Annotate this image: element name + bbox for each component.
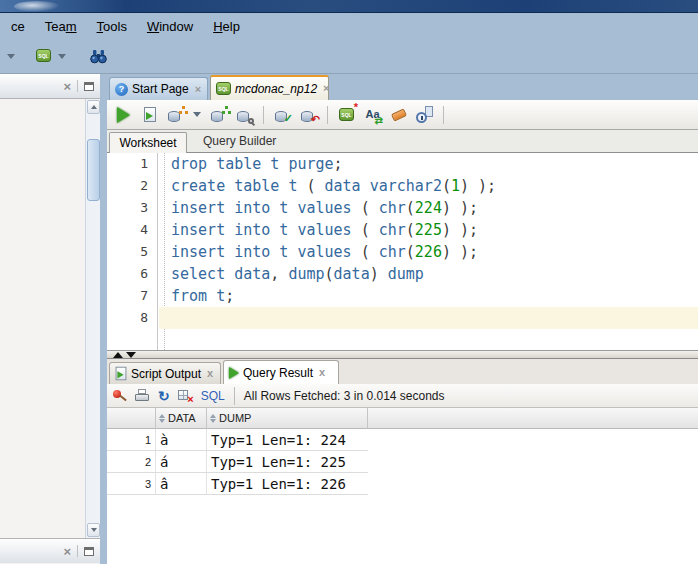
unshared-worksheet-icon[interactable]: SQL*	[338, 106, 355, 123]
line-number: 8	[107, 307, 157, 329]
minimize-panel-icon[interactable]	[84, 82, 94, 91]
data-cell[interactable]: á	[156, 451, 207, 472]
tab-label: Query Builder	[203, 134, 276, 148]
help-icon: ?	[115, 83, 128, 96]
panel-splitter-vertical[interactable]	[100, 74, 107, 564]
menu-item-help[interactable]: Help	[203, 16, 250, 37]
query-result-grid: DATA DUMP 1àTyp=1 Len=1: 2242áTyp=1 Len=…	[107, 408, 698, 564]
results-toolbar: ↻ × SQL All Rows Fetched: 3 in 0.014 sec…	[107, 384, 698, 408]
line-number: 7	[107, 285, 157, 307]
tab-mcdonac-np12[interactable]: SQL mcdonac_np12 ×	[210, 75, 329, 100]
code-line[interactable]: insert into t values ( chr(226) );	[159, 241, 698, 263]
sort-icon[interactable]	[159, 414, 165, 423]
editor-code[interactable]: drop table t purge;create table t ( data…	[159, 153, 698, 350]
code-line[interactable]: create table t ( data varchar2(1) );	[159, 175, 698, 197]
panel-splitter-horizontal[interactable]	[107, 350, 698, 359]
tab-label: Worksheet	[119, 136, 176, 150]
editor-toolbar: ✓ ↶ SQL* Aa⇄	[107, 100, 698, 130]
line-number: 5	[107, 241, 157, 263]
document-tab-bar: ? Start Page × SQL mcdonac_np12 ×	[107, 74, 698, 100]
worksheet-dropdown-caret-icon[interactable]	[58, 54, 66, 59]
show-sql-button[interactable]: SQL	[201, 389, 225, 403]
pin-icon[interactable]	[113, 389, 127, 403]
rollback-icon[interactable]: ↶	[300, 106, 317, 123]
menu-item-ce[interactable]: ce	[1, 16, 35, 37]
code-line[interactable]	[159, 307, 698, 329]
explain-plan-icon[interactable]	[167, 106, 184, 123]
divider	[77, 545, 78, 557]
code-line[interactable]: drop table t purge;	[159, 153, 698, 175]
script-output-icon	[116, 367, 127, 381]
clear-icon[interactable]	[390, 106, 407, 123]
refresh-icon[interactable]: ↻	[158, 389, 170, 403]
run-script-icon[interactable]	[141, 106, 158, 123]
menu-item-team[interactable]: Team	[35, 16, 87, 37]
worksheet-tab-row: Worksheet Query Builder	[107, 130, 698, 153]
close-icon[interactable]: x	[207, 368, 213, 379]
tab-query-result[interactable]: Query Result x	[223, 360, 339, 384]
scroll-down-icon[interactable]	[87, 523, 100, 537]
result-rows: 1àTyp=1 Len=1: 2242áTyp=1 Len=1: 2253âTy…	[107, 429, 368, 495]
table-row[interactable]: 3âTyp=1 Len=1: 226	[107, 473, 368, 495]
rownum-cell: 3	[107, 473, 156, 494]
tab-label: Query Result	[243, 366, 313, 380]
menu-bar: ceTeamToolsWindowHelp	[0, 13, 698, 40]
scrollbar-thumb[interactable]	[87, 139, 100, 201]
tab-label: Start Page	[132, 82, 189, 96]
autotrace-icon[interactable]	[210, 106, 227, 123]
print-icon[interactable]	[135, 389, 150, 402]
grid-header-row: DATA DUMP	[107, 408, 698, 429]
left-bottom-panel-header: ×	[0, 538, 100, 563]
collapse-down-icon[interactable]	[126, 352, 136, 358]
data-cell[interactable]: à	[156, 429, 207, 450]
close-icon[interactable]: ×	[63, 80, 71, 93]
sql-tuning-advisor-icon[interactable]	[236, 106, 253, 123]
tab-script-output[interactable]: Script Output x	[109, 362, 221, 384]
left-dock-panel: × ×	[0, 74, 100, 564]
commit-icon[interactable]: ✓	[274, 106, 291, 123]
close-icon[interactable]: ×	[63, 545, 71, 558]
tab-query-builder[interactable]: Query Builder	[203, 134, 276, 148]
dump-cell[interactable]: Typ=1 Len=1: 224	[207, 429, 368, 450]
tab-start-page[interactable]: ? Start Page ×	[109, 77, 208, 100]
sort-icon[interactable]	[210, 414, 216, 423]
close-icon[interactable]: ×	[195, 84, 201, 95]
new-sql-worksheet-icon[interactable]: SQL	[36, 49, 51, 62]
expand-up-icon[interactable]	[113, 352, 123, 358]
code-line[interactable]: select data, dump(data) dump	[159, 263, 698, 285]
table-row[interactable]: 1àTyp=1 Len=1: 224	[107, 429, 368, 451]
menu-item-window[interactable]: Window	[137, 16, 203, 37]
query-result-icon	[229, 367, 239, 379]
menu-item-tools[interactable]: Tools	[87, 16, 137, 37]
dump-cell[interactable]: Typ=1 Len=1: 225	[207, 451, 368, 472]
toolbar-separator	[443, 106, 444, 124]
left-panel-header: ×	[0, 74, 100, 99]
tab-worksheet[interactable]: Worksheet	[109, 132, 187, 153]
close-icon[interactable]: ×	[323, 83, 329, 94]
scroll-up-icon[interactable]	[87, 100, 100, 114]
change-case-icon[interactable]: Aa⇄	[364, 106, 381, 123]
code-line[interactable]: insert into t values ( chr(224) );	[159, 197, 698, 219]
close-icon[interactable]: x	[319, 367, 325, 378]
dump-cell[interactable]: Typ=1 Len=1: 226	[207, 473, 368, 494]
grid-header-dump[interactable]: DUMP	[207, 408, 368, 429]
table-row[interactable]: 2áTyp=1 Len=1: 225	[107, 451, 368, 473]
grid-header-data[interactable]: DATA	[156, 408, 207, 429]
explain-plan-caret-icon[interactable]	[193, 112, 201, 117]
find-binoculars-icon[interactable]	[90, 49, 107, 64]
sql-code-editor[interactable]: 12345678 drop table t purge;create table…	[107, 153, 698, 350]
code-line[interactable]: from t;	[159, 285, 698, 307]
data-cell[interactable]: â	[156, 473, 207, 494]
toolbar-separator	[327, 106, 328, 124]
divider	[77, 80, 78, 92]
toolbar-separator	[263, 106, 264, 124]
vertical-scrollbar[interactable]	[85, 99, 100, 538]
tab-label: mcdonac_np12	[235, 82, 317, 96]
code-line[interactable]: insert into t values ( chr(225) );	[159, 219, 698, 241]
toolbar-dropdown-caret-icon[interactable]	[7, 54, 15, 59]
sql-history-icon[interactable]	[416, 106, 433, 123]
delete-grid-icon[interactable]: ×	[178, 389, 193, 403]
run-statement-icon[interactable]	[115, 106, 132, 123]
minimize-panel-icon[interactable]	[84, 547, 94, 556]
window-titlebar[interactable]	[0, 0, 698, 13]
